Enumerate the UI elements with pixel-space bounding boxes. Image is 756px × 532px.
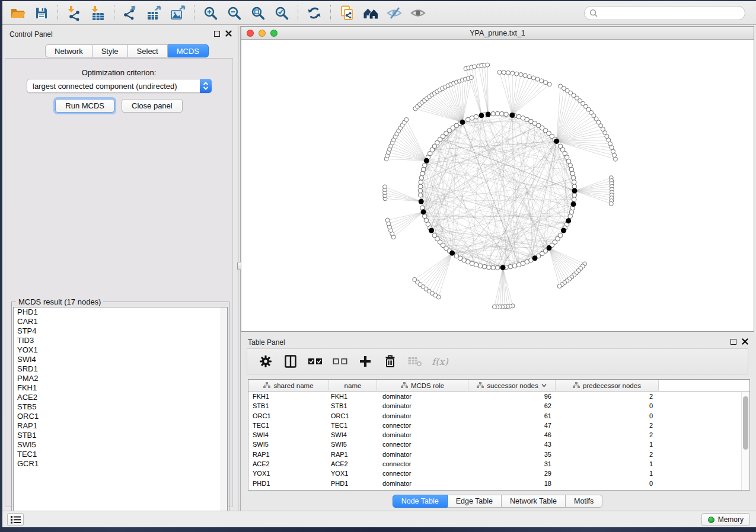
export-network-button[interactable] [119, 4, 142, 23]
list-item[interactable]: SRD1 [14, 364, 227, 374]
export-table-button[interactable] [142, 4, 166, 23]
show-all-button[interactable] [406, 4, 430, 23]
list-item[interactable]: CAR1 [14, 317, 227, 326]
network-canvas[interactable] [241, 40, 754, 331]
table-cell: 18 [468, 479, 556, 488]
close-panel-button[interactable]: Close panel [122, 99, 183, 113]
list-item[interactable]: SWI4 [14, 355, 227, 364]
table-panel: Table Panel [241, 334, 754, 509]
table-cell: 47 [468, 421, 556, 430]
list-scrollbar[interactable] [221, 307, 227, 520]
show-hide-columns-button[interactable] [283, 354, 298, 369]
list-item[interactable]: STB1 [14, 431, 227, 440]
zoom-in-button[interactable] [199, 4, 222, 23]
list-item[interactable]: TEC1 [14, 450, 227, 459]
table-cell: FKH1 [248, 392, 329, 401]
table-row[interactable]: TEC1TEC1connector472 [248, 421, 749, 430]
list-item[interactable]: RAP1 [14, 421, 227, 431]
table-cell: 35 [468, 450, 556, 459]
list-item[interactable]: STB5 [14, 402, 227, 412]
list-item[interactable]: FKH1 [14, 383, 227, 393]
memory-button[interactable]: Memory [701, 513, 750, 526]
column-header-shared-name[interactable]: shared name [248, 380, 329, 392]
table-row[interactable]: ORC1ORC1dominator610 [248, 411, 749, 421]
table-cell: connector [377, 440, 468, 449]
column-header-mcds-role[interactable]: MCDS role [377, 380, 468, 392]
column-header-successor-nodes[interactable]: successor nodes [468, 380, 556, 392]
task-history-button[interactable] [7, 513, 24, 526]
close-traffic-light[interactable] [247, 30, 254, 37]
network-window-titlebar[interactable]: YPA_prune.txt_1 [241, 27, 754, 40]
tab-node-table[interactable]: Node Table [393, 495, 448, 508]
refresh-view-button[interactable] [302, 4, 326, 23]
table-cell [659, 450, 749, 459]
table-row[interactable]: FKH1FKH1dominator962 [248, 392, 749, 401]
list-item[interactable]: GCR1 [14, 459, 227, 469]
table-row[interactable]: PHD1PHD1dominator180 [248, 479, 749, 488]
network-graph[interactable] [241, 40, 754, 331]
import-table-icon [90, 5, 106, 21]
node-table: shared name name MCDS role [248, 379, 750, 491]
table-row[interactable]: ACE2ACE2connector311 [248, 459, 749, 469]
first-neighbors-button[interactable] [359, 4, 382, 23]
tab-motifs[interactable]: Motifs [566, 495, 602, 508]
save-session-button[interactable] [30, 4, 53, 23]
tab-mcds[interactable]: MCDS [168, 44, 209, 57]
criterion-dropdown[interactable]: largest connected component (undirected) [27, 79, 212, 93]
column-header-predecessor-nodes[interactable]: predecessor nodes [556, 380, 659, 392]
list-item[interactable]: YOX1 [14, 345, 227, 355]
float-icon[interactable] [214, 31, 220, 37]
export-image-icon [170, 5, 186, 21]
new-network-from-selection-button[interactable] [335, 4, 359, 23]
minimize-traffic-light[interactable] [259, 30, 266, 37]
float-icon[interactable] [731, 339, 736, 345]
chevron-up-down-icon [202, 81, 210, 91]
close-icon[interactable] [225, 30, 232, 37]
tab-network-table[interactable]: Network Table [502, 495, 566, 508]
open-file-button[interactable] [6, 4, 30, 23]
table-cell [659, 392, 749, 401]
tab-style[interactable]: Style [92, 44, 128, 57]
table-cell: 62 [468, 401, 556, 411]
table-row[interactable]: RAP1RAP1dominator352 [248, 450, 749, 459]
plus-icon [359, 355, 372, 368]
tab-network[interactable]: Network [45, 44, 92, 57]
import-table-button[interactable] [86, 4, 110, 23]
mcds-result-list[interactable]: PHD1CAR1STP4TID3YOX1SWI4SRD1PMA2FKH1ACE2… [13, 307, 228, 520]
list-item[interactable]: TID3 [14, 336, 227, 345]
table-cell: 1 [556, 469, 659, 478]
column-header-name[interactable]: name [329, 380, 377, 392]
zoom-selected-button[interactable] [270, 4, 294, 23]
zoom-out-button[interactable] [222, 4, 246, 23]
deselect-all-rows-button[interactable] [333, 354, 348, 369]
criterion-value: largest connected component (undirected) [27, 82, 200, 91]
table-scrollbar[interactable] [741, 392, 749, 491]
table-row[interactable]: SWI5SWI5connector431 [248, 440, 749, 449]
table-cell: TEC1 [329, 421, 377, 430]
list-item[interactable]: SWI5 [14, 440, 227, 450]
toolbar-separator [194, 5, 194, 21]
tab-select[interactable]: Select [128, 44, 168, 57]
list-item[interactable]: ORC1 [14, 412, 227, 421]
select-all-rows-button[interactable] [308, 354, 323, 369]
hide-selected-button[interactable] [382, 4, 406, 23]
zoom-traffic-light[interactable] [270, 30, 277, 37]
table-options-gear-button[interactable] [258, 354, 273, 369]
table-row[interactable]: YOX1YOX1connector291 [248, 469, 749, 478]
list-item[interactable]: ACE2 [14, 393, 227, 402]
list-item[interactable]: PMA2 [14, 374, 227, 383]
table-row[interactable]: STB1STB1dominator620 [248, 401, 749, 411]
table-scrollbar-thumb[interactable] [743, 396, 748, 450]
tab-edge-table[interactable]: Edge Table [448, 495, 502, 508]
export-image-button[interactable] [166, 4, 190, 23]
fit-content-button[interactable] [246, 4, 270, 23]
delete-columns-button[interactable] [382, 354, 398, 369]
list-item[interactable]: STP4 [14, 326, 227, 336]
run-mcds-button[interactable]: Run MCDS [55, 99, 114, 113]
import-network-button[interactable] [62, 4, 86, 23]
table-row[interactable]: SWI4SWI4dominator462 [248, 430, 749, 440]
new-column-button[interactable] [358, 354, 373, 369]
list-item[interactable]: PHD1 [14, 307, 227, 317]
close-icon[interactable] [742, 338, 748, 345]
search-input[interactable] [601, 9, 740, 17]
